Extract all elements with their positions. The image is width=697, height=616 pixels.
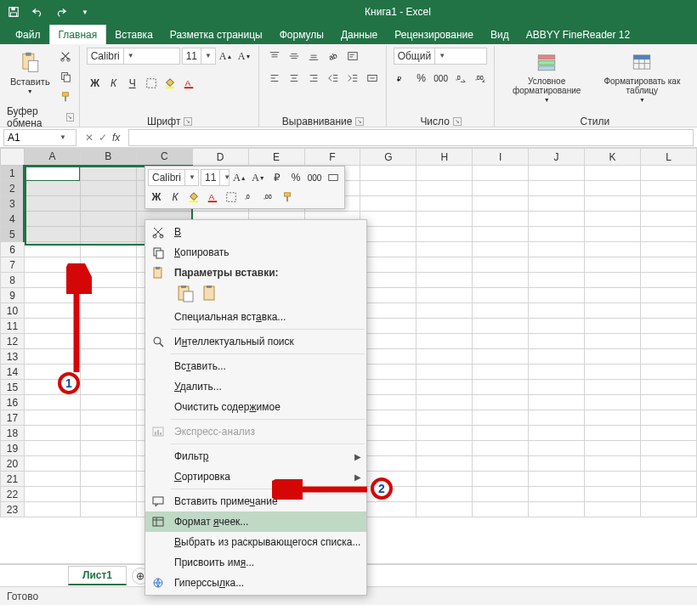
format-as-table-button[interactable]: Форматировать как таблицу▼ <box>596 48 688 105</box>
cell[interactable] <box>640 426 696 441</box>
row-header-19[interactable]: 19 <box>1 441 25 456</box>
cell[interactable] <box>416 334 473 349</box>
cell[interactable] <box>360 212 416 227</box>
alignment-dialog-launcher[interactable]: ↘ <box>355 117 364 126</box>
cell[interactable] <box>416 502 473 517</box>
cell[interactable] <box>416 242 473 257</box>
cell[interactable] <box>640 196 696 212</box>
cell[interactable] <box>416 212 473 227</box>
mini-format-painter-icon[interactable] <box>279 189 296 206</box>
cell[interactable] <box>360 410 416 426</box>
mini-inc-decimal-icon[interactable]: ,0 <box>241 189 258 206</box>
row-header-15[interactable]: 15 <box>1 380 25 395</box>
align-left-icon[interactable] <box>266 70 283 87</box>
cell[interactable] <box>24 242 80 257</box>
decrease-indent-icon[interactable] <box>325 70 342 87</box>
cell[interactable] <box>585 212 641 227</box>
cell[interactable] <box>416 487 473 502</box>
cell[interactable] <box>416 365 473 380</box>
number-dialog-launcher[interactable]: ↘ <box>453 117 462 126</box>
cell[interactable] <box>473 273 529 288</box>
ctx-paste-special[interactable]: Специальная вставка... <box>145 307 366 327</box>
cell[interactable] <box>640 242 696 257</box>
bold-button[interactable]: Ж <box>87 75 104 92</box>
cell[interactable] <box>24 456 80 472</box>
cell[interactable] <box>529 456 585 472</box>
cell[interactable] <box>24 487 80 502</box>
cell[interactable] <box>80 441 136 456</box>
cell[interactable] <box>473 334 529 349</box>
cell[interactable] <box>585 487 641 502</box>
row-header-1[interactable]: 1 <box>1 166 25 181</box>
row-header-11[interactable]: 11 <box>1 319 25 334</box>
cell[interactable] <box>360 181 416 196</box>
cell[interactable] <box>640 319 696 334</box>
cell[interactable] <box>80 166 136 181</box>
qat-customize-icon[interactable]: ▼ <box>76 3 94 20</box>
cell[interactable] <box>473 181 529 196</box>
cell[interactable] <box>585 257 641 273</box>
cell[interactable] <box>416 472 473 487</box>
align-center-icon[interactable] <box>286 70 303 87</box>
cell[interactable] <box>473 242 529 257</box>
cell[interactable] <box>416 181 473 196</box>
cell[interactable] <box>585 380 641 395</box>
cell[interactable] <box>80 395 136 410</box>
cell[interactable] <box>360 288 416 303</box>
mini-increase-font-icon[interactable]: A▲ <box>231 169 248 186</box>
cell[interactable] <box>473 426 529 441</box>
cell[interactable] <box>473 487 529 502</box>
row-header-23[interactable]: 23 <box>1 502 25 517</box>
cell[interactable] <box>473 212 529 227</box>
redo-icon[interactable] <box>53 3 70 20</box>
tab-insert[interactable]: Вставка <box>106 25 162 44</box>
cell[interactable] <box>416 288 473 303</box>
wrap-text-icon[interactable] <box>344 48 361 65</box>
align-bottom-icon[interactable] <box>305 48 322 65</box>
cell[interactable] <box>640 456 696 472</box>
cell[interactable] <box>529 441 585 456</box>
cell[interactable] <box>24 502 80 517</box>
align-top-icon[interactable] <box>266 48 283 65</box>
cell[interactable] <box>640 288 696 303</box>
orientation-icon[interactable]: ab <box>325 48 342 65</box>
cell[interactable] <box>416 227 473 242</box>
cell[interactable] <box>360 426 416 441</box>
tab-view[interactable]: Вид <box>482 25 518 44</box>
cell[interactable] <box>585 227 641 242</box>
mini-font-combo[interactable]: Calibri▼ <box>148 169 199 186</box>
name-box-input[interactable] <box>4 132 57 144</box>
sheet-tab[interactable]: Лист1 <box>68 566 127 585</box>
cell[interactable] <box>80 242 136 257</box>
cell[interactable] <box>640 212 696 227</box>
row-header-17[interactable]: 17 <box>1 410 25 426</box>
row-header-16[interactable]: 16 <box>1 395 25 410</box>
tab-abbyy[interactable]: ABBYY FineReader 12 <box>518 25 639 44</box>
increase-decimal-icon[interactable]: ,0 <box>452 70 469 87</box>
cell[interactable] <box>473 472 529 487</box>
cell[interactable] <box>360 196 416 212</box>
mini-italic-button[interactable]: К <box>167 189 184 206</box>
mini-decrease-font-icon[interactable]: A▼ <box>250 169 267 186</box>
font-color-icon[interactable]: A <box>180 75 197 92</box>
name-box[interactable]: ▼ <box>3 129 76 146</box>
cell[interactable] <box>80 456 136 472</box>
cell[interactable] <box>80 196 136 212</box>
cell[interactable] <box>640 380 696 395</box>
cell[interactable] <box>529 380 585 395</box>
cell[interactable] <box>80 212 136 227</box>
row-header-8[interactable]: 8 <box>1 273 25 288</box>
cell[interactable] <box>360 349 416 365</box>
cell[interactable] <box>416 456 473 472</box>
cell[interactable] <box>416 196 473 212</box>
cell[interactable] <box>416 273 473 288</box>
ctx-format-cells[interactable]: Формат ячеек... <box>145 511 366 532</box>
col-header-K[interactable]: K <box>585 149 641 166</box>
align-right-icon[interactable] <box>305 70 322 87</box>
cell[interactable] <box>24 196 80 212</box>
cell[interactable] <box>529 349 585 365</box>
tab-page-layout[interactable]: Разметка страницы <box>162 25 271 44</box>
row-header-3[interactable]: 3 <box>1 196 25 212</box>
cell[interactable] <box>640 365 696 380</box>
cell[interactable] <box>80 410 136 426</box>
